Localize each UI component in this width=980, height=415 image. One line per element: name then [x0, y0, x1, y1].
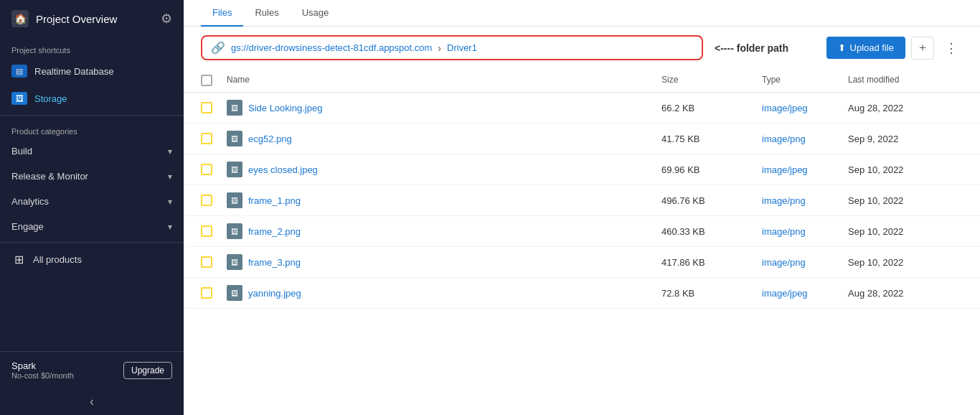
- file-name-cell: 🖼 frame_2.png: [227, 223, 661, 239]
- file-type: image/png: [762, 195, 848, 206]
- file-name-cell: 🖼 ecg52.png: [227, 131, 661, 146]
- tab-rules[interactable]: Rules: [243, 0, 290, 27]
- sidebar-item-label: Realtime Database: [34, 66, 172, 77]
- file-icon: 🖼: [227, 223, 242, 239]
- file-date: Sep 10, 2022: [848, 164, 963, 175]
- toolbar: 🔗 gs://driver-drowsiness-detect-81cdf.ap…: [184, 27, 980, 69]
- row-checkbox[interactable]: [201, 133, 212, 144]
- table-row: 🖼 Side Looking.jpeg 66.2 KB image/jpeg A…: [184, 93, 980, 123]
- chevron-down-icon: ▾: [168, 146, 172, 157]
- upload-icon: ⬆: [838, 42, 846, 53]
- file-date: Sep 10, 2022: [848, 195, 963, 206]
- file-date: Sep 10, 2022: [848, 226, 963, 237]
- sidebar-item-label: Engage: [11, 221, 161, 232]
- file-name[interactable]: frame_1.png: [248, 195, 301, 206]
- row-checkbox-cell: [201, 164, 227, 175]
- folder-name[interactable]: Driver1: [447, 42, 477, 53]
- file-name[interactable]: frame_3.png: [248, 257, 301, 268]
- row-checkbox[interactable]: [201, 225, 212, 237]
- more-options-button[interactable]: ⋮: [940, 37, 963, 60]
- more-icon: ⋮: [945, 40, 958, 56]
- file-size: 41.75 KB: [661, 134, 762, 144]
- sidebar-item-engage[interactable]: Engage ▾: [0, 214, 184, 239]
- file-type: image/png: [762, 226, 848, 237]
- database-icon: ▤: [11, 65, 27, 78]
- file-name[interactable]: ecg52.png: [248, 134, 292, 144]
- col-type: Type: [762, 75, 848, 86]
- sidebar-item-storage[interactable]: 🖼 Storage: [0, 85, 184, 112]
- annotation-arrow: <---- folder path: [715, 42, 788, 54]
- plan-cost: No-cost $0/month: [11, 371, 74, 380]
- home-icon[interactable]: 🏠: [11, 10, 29, 27]
- sidebar-item-label: Storage: [34, 93, 172, 104]
- tabs-bar: Files Rules Usage: [184, 0, 980, 27]
- link-icon: 🔗: [211, 41, 225, 55]
- row-checkbox[interactable]: [201, 164, 212, 175]
- sidebar-item-release-monitor[interactable]: Release & Monitor ▾: [0, 164, 184, 189]
- file-name-cell: 🖼 yanning.jpeg: [227, 285, 661, 301]
- table-header: Name Size Type Last modified: [184, 69, 980, 93]
- storage-icon: 🖼: [11, 92, 27, 105]
- col-size: Size: [661, 75, 762, 86]
- sidebar: 🏠 Project Overview ⚙ Project shortcuts ▤…: [0, 0, 184, 415]
- sidebar-item-analytics[interactable]: Analytics ▾: [0, 189, 184, 214]
- file-name[interactable]: frame_2.png: [248, 226, 301, 237]
- shortcuts-label: Project shortcuts: [0, 37, 184, 57]
- file-name-cell: 🖼 frame_1.png: [227, 192, 661, 208]
- row-checkbox[interactable]: [201, 102, 212, 113]
- toolbar-right: ⬆ Upload file ＋ ⋮: [826, 37, 963, 60]
- table-body: 🖼 Side Looking.jpeg 66.2 KB image/jpeg A…: [184, 93, 980, 309]
- file-size: 496.76 KB: [661, 195, 762, 206]
- file-type: image/png: [762, 134, 848, 144]
- file-name[interactable]: yanning.jpeg: [248, 288, 301, 299]
- row-checkbox[interactable]: [201, 195, 212, 206]
- sidebar-item-build[interactable]: Build ▾: [0, 139, 184, 164]
- tab-files[interactable]: Files: [201, 0, 243, 27]
- sidebar-item-label: All products: [33, 254, 172, 265]
- collapse-sidebar-button[interactable]: ‹: [0, 388, 184, 415]
- row-checkbox-cell: [201, 195, 227, 206]
- gear-icon[interactable]: ⚙: [161, 11, 172, 27]
- sidebar-header: 🏠 Project Overview ⚙: [0, 0, 184, 37]
- path-bar: 🔗 gs://driver-drowsiness-detect-81cdf.ap…: [201, 35, 703, 60]
- add-folder-button[interactable]: ＋: [911, 37, 934, 60]
- file-name[interactable]: Side Looking.jpeg: [248, 103, 322, 113]
- sidebar-divider-2: [0, 242, 184, 243]
- path-prefix[interactable]: gs://driver-drowsiness-detect-81cdf.apps…: [231, 42, 432, 53]
- row-checkbox-cell: [201, 287, 227, 299]
- chevron-down-icon: ▾: [168, 197, 172, 207]
- table-row: 🖼 eyes closed.jpeg 69.96 KB image/jpeg S…: [184, 154, 980, 185]
- main-content: Files Rules Usage 🔗 gs://driver-drowsine…: [184, 0, 980, 415]
- row-checkbox[interactable]: [201, 256, 212, 268]
- grid-icon: ⊞: [11, 253, 26, 266]
- sidebar-divider: [0, 115, 184, 116]
- sidebar-bottom: Spark No-cost $0/month Upgrade: [0, 351, 184, 388]
- table-row: 🖼 yanning.jpeg 72.8 KB image/jpeg Aug 28…: [184, 278, 980, 309]
- table-row: 🖼 ecg52.png 41.75 KB image/png Sep 9, 20…: [184, 123, 980, 154]
- file-size: 72.8 KB: [661, 288, 762, 299]
- file-date: Sep 10, 2022: [848, 257, 963, 268]
- file-icon: 🖼: [227, 131, 242, 146]
- tab-usage[interactable]: Usage: [291, 0, 341, 27]
- row-checkbox[interactable]: [201, 287, 212, 299]
- upload-button[interactable]: ⬆ Upload file: [826, 37, 905, 59]
- file-type: image/jpeg: [762, 164, 848, 175]
- file-name[interactable]: eyes closed.jpeg: [248, 164, 318, 175]
- row-checkbox-cell: [201, 133, 227, 144]
- row-checkbox-cell: [201, 102, 227, 113]
- file-type: image/jpeg: [762, 103, 848, 113]
- add-icon: ＋: [917, 40, 928, 55]
- table-row: 🖼 frame_2.png 460.33 KB image/png Sep 10…: [184, 216, 980, 247]
- select-all-checkbox[interactable]: [201, 75, 212, 86]
- sidebar-item-all-products[interactable]: ⊞ All products: [0, 246, 184, 274]
- file-date: Aug 28, 2022: [848, 288, 963, 299]
- upload-label: Upload file: [850, 42, 894, 53]
- col-checkbox: [201, 75, 227, 86]
- file-icon: 🖼: [227, 100, 242, 116]
- sidebar-item-realtime-database[interactable]: ▤ Realtime Database: [0, 57, 184, 85]
- file-date: Sep 9, 2022: [848, 134, 963, 144]
- plan-name: Spark: [11, 360, 74, 371]
- sidebar-item-label: Release & Monitor: [11, 171, 161, 182]
- upgrade-button[interactable]: Upgrade: [123, 362, 172, 379]
- file-type: image/png: [762, 257, 848, 268]
